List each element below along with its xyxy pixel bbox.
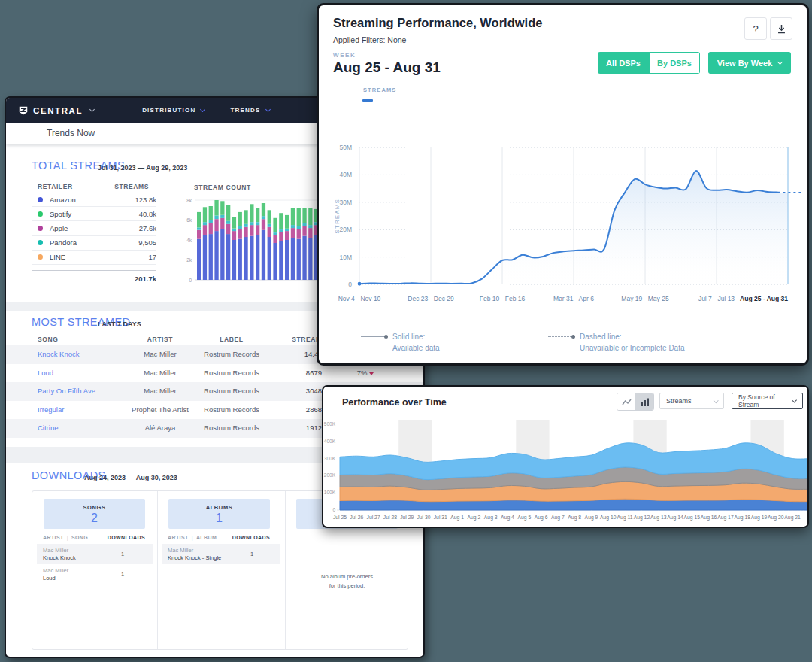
chevron-down-icon	[265, 106, 270, 111]
song-link[interactable]: Irregular	[38, 401, 64, 420]
svg-text:Aug 15: Aug 15	[684, 515, 701, 521]
stream-count-bar-segment	[220, 218, 224, 229]
stream-count-bar-segment	[244, 224, 247, 227]
svg-text:Aug 16: Aug 16	[701, 515, 717, 521]
download-artist: Mac Miller	[168, 547, 193, 554]
stream-count-bar-segment	[256, 225, 259, 235]
stream-count-bar-segment	[297, 229, 301, 238]
svg-text:Aug 19: Aug 19	[751, 515, 768, 521]
performance-area-chart: 0100K200K300K400K500KJul 25Jul 26Jul 27J…	[323, 418, 807, 528]
line-chart-toggle-button[interactable]	[617, 393, 635, 410]
stream-count-bar-segment	[197, 227, 201, 229]
svg-text:Aug 1: Aug 1	[450, 515, 464, 521]
download-artist: Mac Miller	[43, 547, 68, 554]
retailer-streams-value: 17	[117, 253, 156, 261]
stream-count-bar-segment	[291, 228, 295, 238]
preorders-empty-message: No album pre-orders for this period.	[285, 572, 409, 591]
stream-count-bar-segment	[226, 224, 230, 234]
label-cell: Rostrum Records	[186, 364, 277, 383]
stream-count-bar-segment	[291, 225, 295, 228]
series-legend-dash	[362, 99, 373, 102]
svg-text:Aug 8: Aug 8	[568, 515, 581, 521]
table-row: LoudMac MillerRostrum Records86797%	[6, 364, 425, 383]
song-link[interactable]: Citrine	[38, 419, 58, 438]
stream-count-bar-segment	[214, 231, 218, 280]
svg-text:Aug 13: Aug 13	[650, 515, 667, 521]
svg-text:Aug 7: Aug 7	[551, 515, 565, 521]
svg-text:4k: 4k	[186, 238, 192, 243]
column-divider	[157, 491, 158, 649]
stream-count-bar-segment	[302, 226, 306, 235]
stream-count-bar-segment	[268, 237, 271, 280]
retailer-color-dot	[38, 226, 43, 231]
svg-text:0: 0	[332, 507, 335, 512]
retailer-color-dot	[38, 197, 43, 202]
stream-count-bar-segment	[273, 218, 277, 232]
stream-count-bar-segment	[232, 217, 236, 229]
legend-dashed: Dashed line:Unavailable or Incomplete Da…	[548, 332, 685, 354]
stream-count-bar-segment	[268, 227, 271, 237]
line-chart-icon	[622, 398, 632, 406]
stream-count-bar-segment	[244, 237, 247, 280]
stream-count-bar-segment	[209, 223, 213, 235]
group-by-select[interactable]: By Source of Stream	[732, 393, 803, 409]
retailer-streams-value: 9,505	[117, 238, 156, 247]
svg-text:Jul 27: Jul 27	[367, 515, 380, 520]
bar-chart-toggle-button[interactable]	[635, 393, 653, 410]
artist-header: ARTIST	[168, 535, 189, 540]
applied-filters-text: Applied Filters: None	[333, 35, 406, 44]
nav-item-trends[interactable]: TRENDS	[230, 107, 269, 114]
view-by-week-dropdown[interactable]: View By Week	[708, 52, 791, 74]
stream-count-bar-segment	[203, 222, 207, 225]
svg-text:40M: 40M	[339, 171, 352, 178]
song-header: SONG	[71, 535, 88, 540]
all-dsps-button[interactable]: All DSPs	[598, 52, 649, 74]
stream-count-bar-segment	[297, 208, 301, 226]
by-dsps-button[interactable]: By DSPs	[649, 52, 700, 74]
album-header: ALBUM	[196, 535, 217, 540]
stream-count-bar-segment	[262, 230, 265, 280]
stream-count-bar-segment	[256, 208, 259, 223]
svg-text:Dec 23 - Dec 29: Dec 23 - Dec 29	[408, 295, 454, 302]
stream-count-bar-segment	[214, 200, 218, 216]
svg-text:May 19 - May 25: May 19 - May 25	[621, 295, 669, 302]
stream-count-bar-segment	[291, 238, 295, 280]
songs-box-label: SONGS	[44, 504, 145, 511]
most-streamed-period: LAST 7 DAYS	[98, 320, 141, 328]
retailer-column-header: RETAILER	[38, 183, 73, 190]
stream-count-bar-segment	[238, 239, 242, 280]
songs-count: 2	[44, 512, 145, 525]
song-link[interactable]: Party On Fifth Ave.	[38, 382, 98, 401]
svg-text:0: 0	[348, 281, 352, 288]
song-link[interactable]: Loud	[38, 364, 53, 383]
retailer-total-row: 201.7k	[32, 270, 156, 283]
central-brand[interactable]: CENTRAL	[18, 105, 83, 116]
song-link[interactable]: Knock Knock	[38, 345, 79, 364]
stream-count-bar-segment	[244, 227, 247, 237]
retailer-row: Apple27.6k	[32, 221, 156, 235]
retailer-streams-value: 40.8k	[117, 210, 156, 218]
nav-item-distribution[interactable]: DISTRIBUTION	[142, 107, 205, 114]
downloads-header: DOWNLOADS	[225, 535, 270, 540]
retailer-streams-value: 27.6k	[117, 224, 156, 232]
metric-select[interactable]: Streams	[659, 393, 724, 409]
help-button[interactable]: ?	[744, 17, 767, 40]
download-button[interactable]	[770, 17, 792, 40]
streams-cell: 14.4k	[269, 345, 322, 364]
stream-count-bar-segment	[232, 231, 236, 240]
stream-count-bar-segment	[297, 226, 301, 229]
label-cell: Rostrum Records	[186, 345, 277, 364]
brand-chevron-icon[interactable]	[89, 106, 95, 111]
svg-text:8k: 8k	[186, 198, 192, 203]
svg-text:400K: 400K	[324, 439, 336, 444]
stream-count-bar-segment	[279, 213, 283, 229]
dsp-segmented-control: All DSPs By DSPs	[598, 52, 700, 74]
svg-text:Nov 4 - Nov 10: Nov 4 - Nov 10	[338, 295, 381, 302]
help-icon: ?	[753, 23, 758, 35]
svg-text:6k: 6k	[186, 217, 192, 223]
svg-text:Jul 28: Jul 28	[383, 515, 397, 520]
retailer-color-dot	[38, 254, 43, 260]
streams-cell: 3048	[269, 382, 322, 401]
stream-count-bar-segment	[209, 220, 213, 223]
svg-text:Aug 3: Aug 3	[484, 515, 498, 521]
